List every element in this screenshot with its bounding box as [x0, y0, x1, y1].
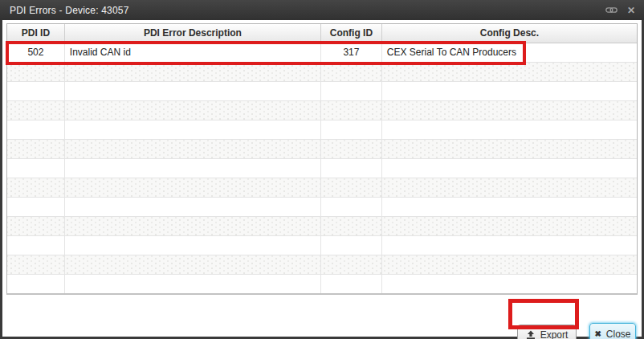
pdi-errors-dialog: PDI Errors - Device: 43057 ✕ PDI IDPDI E…: [0, 0, 644, 339]
titlebar[interactable]: PDI Errors - Device: 43057 ✕: [0, 0, 644, 20]
table-cell: [321, 198, 382, 216]
table-cell: [7, 120, 65, 139]
table-cell: [7, 236, 65, 255]
table-cell: [65, 140, 321, 158]
table-cell: [321, 178, 382, 197]
upload-icon: [526, 330, 536, 339]
table-cell: [321, 159, 382, 178]
table-cell: [65, 63, 321, 81]
table-cell: [65, 255, 321, 274]
table-cell: [65, 217, 321, 235]
close-icon[interactable]: ✕: [625, 4, 638, 17]
table-header-row: PDI IDPDI Error DescriptionConfig IDConf…: [7, 24, 637, 43]
column-header-pdi-id[interactable]: PDI ID: [7, 24, 65, 43]
table-cell: [65, 101, 321, 120]
table-cell: [382, 275, 637, 293]
close-button[interactable]: ✖ Close: [589, 323, 636, 339]
dialog-content: PDI IDPDI Error DescriptionConfig IDConf…: [2, 20, 642, 337]
table-row-empty: [7, 63, 637, 82]
table-cell: [7, 178, 65, 197]
table-cell: [65, 198, 321, 216]
table-cell: 502: [7, 43, 65, 62]
table-cell: [321, 236, 382, 255]
table-cell: [7, 159, 65, 178]
table-cell: [7, 275, 65, 293]
table-row-empty: [7, 198, 637, 217]
table-cell: [382, 198, 637, 216]
link-icon-glyph: [605, 6, 618, 14]
table-cell: [65, 159, 321, 178]
table-row-empty: [7, 159, 637, 178]
table-row-empty: [7, 255, 637, 275]
table-cell: [7, 255, 65, 274]
table-cell: [382, 217, 637, 235]
table-cell: [321, 275, 382, 293]
export-button-label: Export: [540, 329, 569, 339]
column-header-pdi-error-description[interactable]: PDI Error Description: [65, 24, 321, 43]
table-row[interactable]: 502Invalid CAN id317CEX Serial To CAN Pr…: [7, 43, 637, 63]
link-icon[interactable]: [605, 4, 618, 17]
table-cell: [382, 101, 637, 120]
table-cell: [321, 217, 382, 235]
table-cell: [7, 63, 65, 81]
table-cell: [321, 140, 382, 158]
table-cell: [321, 63, 382, 81]
table-row-empty: [7, 82, 637, 101]
table-cell: [65, 275, 321, 293]
table-row-empty: [7, 275, 637, 293]
table-cell: [382, 82, 637, 100]
table-cell: Invalid CAN id: [65, 43, 321, 62]
table-cell: [321, 255, 382, 274]
table-cell: [382, 63, 637, 81]
table-cell: [382, 120, 637, 139]
table-cell: [382, 140, 637, 158]
table-cell: [65, 82, 321, 100]
table-cell: [321, 101, 382, 120]
column-header-config-id[interactable]: Config ID: [321, 24, 382, 43]
table-row-empty: [7, 236, 637, 255]
table-cell: [382, 236, 637, 255]
pdi-errors-table: PDI IDPDI Error DescriptionConfig IDConf…: [6, 23, 638, 295]
export-button[interactable]: Export: [517, 325, 577, 339]
table-cell: [321, 82, 382, 100]
table-cell: [7, 101, 65, 120]
table-cell: CEX Serial To CAN Producers: [382, 43, 637, 62]
table-cell: [65, 120, 321, 139]
table-cell: [7, 140, 65, 158]
table-cell: [321, 120, 382, 139]
table-cell: [7, 198, 65, 216]
table-row-empty: [7, 101, 637, 120]
table-row-empty: [7, 217, 637, 236]
table-cell: [65, 236, 321, 255]
table-row-empty: [7, 178, 637, 198]
table-cell: 317: [321, 43, 382, 62]
table-cell: [65, 178, 321, 197]
table-cell: [382, 178, 637, 197]
table-cell: [382, 159, 637, 178]
table-row-empty: [7, 140, 637, 159]
column-header-config-desc[interactable]: Config Desc.: [382, 24, 637, 43]
table-cell: [382, 255, 637, 274]
table-cell: [7, 82, 65, 100]
close-button-label: Close: [606, 329, 631, 339]
x-icon: ✖: [594, 330, 601, 338]
dialog-title: PDI Errors - Device: 43057: [10, 5, 605, 16]
table-row-empty: [7, 120, 637, 140]
table-cell: [7, 217, 65, 235]
